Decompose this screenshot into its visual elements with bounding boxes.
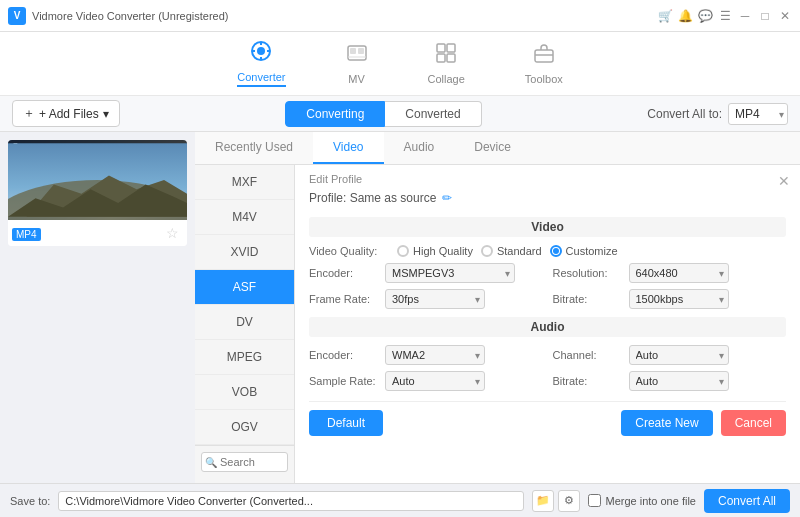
- nav-item-converter[interactable]: Converter: [227, 36, 295, 91]
- close-button[interactable]: ✕: [778, 9, 792, 23]
- search-wrapper: [201, 452, 288, 472]
- tab-device[interactable]: Device: [454, 132, 531, 164]
- format-item-asf[interactable]: ASF: [195, 270, 294, 305]
- quality-standard-option[interactable]: Standard: [481, 245, 542, 257]
- folder-icon-button[interactable]: 📁: [532, 490, 554, 512]
- converted-tab[interactable]: Converted: [385, 101, 481, 127]
- format-item-dv[interactable]: DV: [195, 305, 294, 340]
- format-item-xvid[interactable]: XVID: [195, 235, 294, 270]
- quality-high-label: High Quality: [413, 245, 473, 257]
- collage-icon: [435, 42, 457, 69]
- toolbox-label: Toolbox: [525, 73, 563, 85]
- tab-audio[interactable]: Audio: [384, 132, 455, 164]
- samplerate-select[interactable]: Auto 44100 Hz 48000 Hz: [385, 371, 485, 391]
- tab-video[interactable]: Video: [313, 132, 383, 164]
- converter-label: Converter: [237, 71, 285, 87]
- svg-rect-14: [535, 50, 553, 62]
- quality-customize-radio[interactable]: [550, 245, 562, 257]
- format-item-mpeg[interactable]: MPEG: [195, 340, 294, 375]
- video-settings-grid: Encoder: MSMPEGV3 H264 MPEG4 Resolution:: [309, 263, 786, 309]
- nav-bar: Converter MV Collage: [0, 32, 800, 96]
- video-quality-row: Video Quality: High Quality Standard Cus…: [309, 245, 786, 257]
- quality-standard-label: Standard: [497, 245, 542, 257]
- audio-bitrate-select[interactable]: Auto 128kbps 320kbps: [629, 371, 729, 391]
- create-new-button[interactable]: Create New: [621, 410, 712, 436]
- quality-high-radio[interactable]: [397, 245, 409, 257]
- format-item-vob[interactable]: VOB: [195, 375, 294, 410]
- convert-all-area: Convert All to: MP4 MKV AVI MOV: [647, 103, 788, 125]
- close-panel-button[interactable]: ✕: [778, 173, 790, 189]
- samplerate-dropdown: Auto 44100 Hz 48000 Hz: [385, 371, 485, 391]
- format-item-ogv[interactable]: OGV: [195, 410, 294, 445]
- menu-icon[interactable]: ☰: [718, 9, 732, 23]
- cart-icon[interactable]: 🛒: [658, 9, 672, 23]
- convert-all-button[interactable]: Convert All: [704, 489, 790, 513]
- bell-icon[interactable]: 🔔: [678, 9, 692, 23]
- title-bar: V Vidmore Video Converter (Unregistered)…: [0, 0, 800, 32]
- nav-item-mv[interactable]: MV: [336, 38, 378, 89]
- action-right: Create New Cancel: [621, 410, 786, 436]
- quality-label: Video Quality:: [309, 245, 389, 257]
- format-item-m4v[interactable]: M4V: [195, 200, 294, 235]
- quality-customize-option[interactable]: Customize: [550, 245, 618, 257]
- chat-icon[interactable]: 💬: [698, 9, 712, 23]
- video-section-title: Video: [309, 217, 786, 237]
- format-item-mxf[interactable]: MXF: [195, 165, 294, 200]
- audio-encoder-row: Encoder: WMA2 AAC MP3: [309, 345, 543, 365]
- framerate-select[interactable]: 30fps 24fps 60fps: [385, 289, 485, 309]
- audio-bitrate-label: Bitrate:: [553, 375, 623, 387]
- channel-dropdown: Auto Mono Stereo: [629, 345, 729, 365]
- resolution-row: Resolution: 640x480 1280x720 1920x1080: [553, 263, 787, 283]
- convert-all-format-wrapper: MP4 MKV AVI MOV: [728, 103, 788, 125]
- quality-standard-radio[interactable]: [481, 245, 493, 257]
- add-files-label: + Add Files: [39, 107, 99, 121]
- channel-label: Channel:: [553, 349, 623, 361]
- audio-bitrate-dropdown: Auto 128kbps 320kbps: [629, 371, 729, 391]
- convert-all-format-select[interactable]: MP4 MKV AVI MOV: [728, 103, 788, 125]
- mv-icon: [346, 42, 368, 69]
- resolution-dropdown: 640x480 1280x720 1920x1080: [629, 263, 729, 283]
- encoder-select[interactable]: MSMPEGV3 H264 MPEG4: [385, 263, 515, 283]
- channel-row: Channel: Auto Mono Stereo: [553, 345, 787, 365]
- save-path-input[interactable]: [58, 491, 524, 511]
- maximize-button[interactable]: □: [758, 9, 772, 23]
- minimize-button[interactable]: ─: [738, 9, 752, 23]
- format-list: MXF M4V XVID ASF DV MPEG VOB OGV: [195, 165, 295, 483]
- cancel-button[interactable]: Cancel: [721, 410, 786, 436]
- tab-recently-used[interactable]: Recently Used: [195, 132, 313, 164]
- save-to-label: Save to:: [10, 495, 50, 507]
- svg-point-1: [257, 47, 265, 55]
- action-row: Default Create New Cancel: [309, 401, 786, 436]
- nav-item-toolbox[interactable]: Toolbox: [515, 38, 573, 89]
- resolution-select[interactable]: 640x480 1280x720 1920x1080: [629, 263, 729, 283]
- default-button[interactable]: Default: [309, 410, 383, 436]
- edit-profile-icon[interactable]: ✏: [442, 191, 452, 205]
- samplerate-row: Sample Rate: Auto 44100 Hz 48000 Hz: [309, 371, 543, 391]
- framerate-row: Frame Rate: 30fps 24fps 60fps: [309, 289, 543, 309]
- edit-profile-label: Edit Profile: [309, 173, 786, 185]
- merge-checkbox[interactable]: [588, 494, 601, 507]
- toolbar: ＋ + Add Files ▾ Converting Converted Con…: [0, 96, 800, 132]
- favorite-star-icon[interactable]: ☆: [162, 223, 183, 243]
- bitrate-dropdown: 1500kbps 3000kbps 6000kbps: [629, 289, 729, 309]
- audio-encoder-select[interactable]: WMA2 AAC MP3: [385, 345, 485, 365]
- status-bar: Save to: 📁 ⚙ Merge into one file Convert…: [0, 483, 800, 517]
- settings-icon-button[interactable]: ⚙: [558, 490, 580, 512]
- bitrate-select[interactable]: 1500kbps 3000kbps 6000kbps: [629, 289, 729, 309]
- quality-high-option[interactable]: High Quality: [397, 245, 473, 257]
- search-input[interactable]: [201, 452, 288, 472]
- samplerate-label: Sample Rate:: [309, 375, 379, 387]
- svg-rect-13: [447, 54, 455, 62]
- collage-label: Collage: [428, 73, 465, 85]
- audio-bitrate-row: Bitrate: Auto 128kbps 320kbps: [553, 371, 787, 391]
- format-panel-body: MXF M4V XVID ASF DV MPEG VOB OGV ✕ Edit …: [195, 165, 800, 483]
- converting-tab[interactable]: Converting: [285, 101, 385, 127]
- format-search-area: [195, 445, 294, 478]
- channel-select[interactable]: Auto Mono Stereo: [629, 345, 729, 365]
- nav-item-collage[interactable]: Collage: [418, 38, 475, 89]
- encoder-row: Encoder: MSMPEGV3 H264 MPEG4: [309, 263, 543, 283]
- add-files-button[interactable]: ＋ + Add Files ▾: [12, 100, 120, 127]
- file-thumbnail: Sour: [8, 140, 187, 220]
- convert-all-label: Convert All to:: [647, 107, 722, 121]
- svg-rect-10: [437, 44, 445, 52]
